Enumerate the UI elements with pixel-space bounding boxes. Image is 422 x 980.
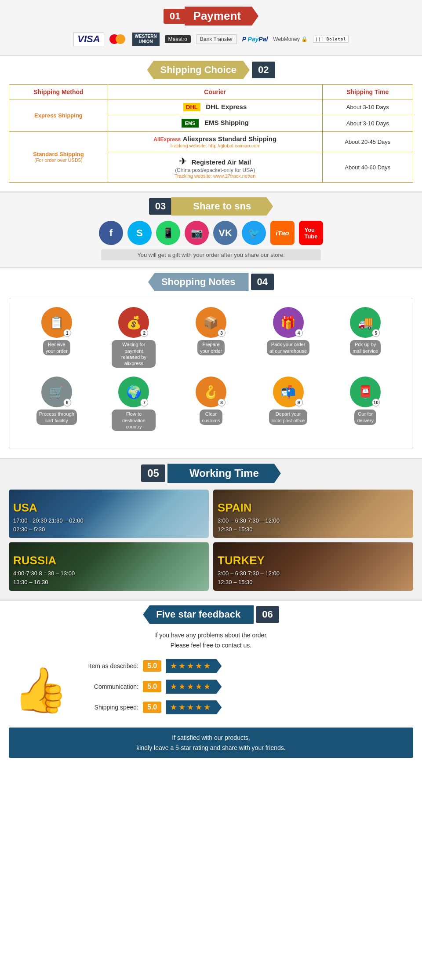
aliex-name: Aliexpress Standard Shipping	[183, 135, 276, 143]
turkey-working-card: TURKEY 3:00 – 6:30 7:30 – 12:0012:30 – 1…	[213, 542, 413, 591]
aliex-logo-icon: AliExpress	[153, 136, 181, 143]
usa-country-name: USA	[13, 501, 204, 515]
rating-row-item: Item as described: 5.0 ★ ★ ★ ★ ★	[77, 659, 413, 673]
mc-right-circle	[116, 34, 125, 44]
ratings-panel: Item as described: 5.0 ★ ★ ★ ★ ★ Communi…	[77, 659, 413, 721]
step-label-5: Pck up bymail service	[350, 340, 381, 355]
russia-country-name: RUSSIA	[13, 554, 204, 567]
step-item-3: 📦 3 Prepareyour order	[189, 307, 233, 368]
instagram-icon[interactable]: 📷	[185, 221, 209, 245]
star-1: ★	[170, 682, 177, 691]
ems-courier-cell: EMS EMS Shipping	[108, 115, 322, 132]
step-label-7: Flow to destinationcountry	[112, 410, 156, 431]
payment-header: 01 Payment	[9, 7, 413, 26]
airmail-courier-cell: ✈ Registered Air Mail (China post/epacke…	[108, 152, 322, 183]
itao-icon[interactable]: iTao	[270, 221, 295, 245]
star-2: ★	[178, 702, 186, 712]
webmoney-logo: WebMoney 🔒	[273, 36, 308, 42]
turkey-country-name: TURKEY	[218, 554, 409, 567]
twitter-letter: 🐦	[248, 227, 260, 239]
feedback-sub-line1: If you have any problems about the order…	[154, 632, 268, 639]
step-circle-9: 📬 9	[273, 377, 304, 407]
boletol-logo: ||| Boletol	[313, 36, 349, 43]
rating-score-item: 5.0	[143, 660, 161, 672]
step-circle-4: 🎁 4	[273, 307, 304, 338]
vk-icon[interactable]: VK	[213, 221, 237, 245]
airmail-time-cell: About 40-60 Days	[322, 152, 413, 183]
dhl-time-cell: About 3-10 Days	[322, 99, 413, 115]
notes-section: Shopping Notes 04 📋 1 Receiveyour order …	[0, 268, 422, 458]
rating-label-shipping: Shipping speed:	[77, 704, 138, 711]
boletol-icon: ||| Boletol	[313, 32, 349, 46]
step-num-4: 4	[295, 329, 303, 337]
working-header: 05 Working Time	[9, 464, 413, 483]
table-header-row: Shipping Method Courier Shipping Time	[9, 85, 413, 99]
step-num-2: 2	[140, 329, 148, 337]
aliex-courier-info: AliExpress Aliexpress Standard Shipping	[113, 135, 317, 143]
facebook-icon[interactable]: f	[99, 221, 123, 245]
step-label-4: Pack your orderat our warehouse	[267, 340, 309, 355]
step-icon-5: 🚚	[358, 315, 373, 330]
russia-working-card: RUSSIA 4:00-7:30 8：30 – 13:0013:30 – 16:…	[9, 542, 209, 591]
step-circle-5: 🚚 5	[350, 307, 381, 338]
visa-payment-icon: VISA	[73, 32, 104, 46]
step-item-9: 📬 9 Depart yourlocal post office	[266, 377, 310, 431]
star-4: ★	[195, 702, 202, 712]
step-label-1: Receiveyour order	[43, 340, 70, 355]
step-circle-6: 🛒 6	[41, 377, 72, 407]
ems-time-cell: About 3-10 Days	[322, 115, 413, 132]
maestro-logo: Maestro	[165, 35, 191, 43]
step-circle-1: 📋 1	[41, 307, 72, 338]
notes-section-number: 04	[251, 274, 274, 290]
shipping-header: Shipping Choice 02	[9, 61, 413, 79]
western-union-logo: WESTERNUNION	[132, 33, 160, 46]
col-header-courier: Courier	[108, 85, 322, 99]
feedback-subtitle: If you have any problems about the order…	[9, 630, 413, 650]
spain-working-card: SPAIN 3:00 – 6:30 7:30 – 12:0012:30 – 15…	[213, 490, 413, 538]
working-times-grid: USA 17:00 - 20:30 21:30 – 02:0002:30 – 5…	[9, 490, 413, 591]
aliex-courier-cell: AliExpress Aliexpress Standard Shipping …	[108, 132, 322, 152]
step-icon-4: 🎁	[280, 315, 296, 330]
star-1: ★	[170, 702, 177, 712]
steps-row-2: 🛒 6 Process throughsort facility 🌍 7 Flo…	[18, 377, 404, 431]
step-label-9: Depart yourlocal post office	[269, 410, 308, 425]
step-icon-10: 📮	[358, 385, 373, 399]
whatsapp-icon[interactable]: 📱	[156, 221, 180, 245]
step-item-1: 📋 1 Receiveyour order	[35, 307, 79, 368]
star-2: ★	[178, 661, 186, 671]
feedback-header: Five star feedback 06	[9, 605, 413, 624]
step-item-6: 🛒 6 Process throughsort facility	[35, 377, 79, 431]
airmail-sub: (China post/epacket-only for USA)	[113, 167, 317, 173]
twitter-icon[interactable]: 🐦	[242, 221, 266, 245]
bank-transfer-logo: Bank Transfer	[196, 34, 237, 44]
youtube-icon[interactable]: YouTube	[299, 221, 323, 245]
step-num-10: 10	[372, 399, 380, 406]
turkey-times: 3:00 – 6:30 7:30 – 12:0012:30 – 15:30	[218, 569, 409, 586]
table-row: Standard Shipping(For order over USD5) A…	[9, 132, 413, 152]
star-1: ★	[170, 661, 177, 671]
china-post-icon: ✈	[179, 156, 187, 167]
star-3: ★	[187, 702, 194, 712]
whatsapp-letter: 📱	[162, 227, 174, 239]
working-section-number: 05	[141, 464, 165, 482]
feedback-section: Five star feedback 06 If you have any pr…	[0, 601, 422, 767]
payment-section-number: 01	[164, 9, 186, 24]
rating-score-communication: 5.0	[143, 681, 161, 692]
skype-icon[interactable]: S	[127, 221, 152, 245]
express-shipping-cell: Express Shipping	[9, 99, 108, 132]
step-item-7: 🌍 7 Flow to destinationcountry	[112, 377, 156, 431]
star-4: ★	[195, 682, 202, 691]
rating-row-shipping: Shipping speed: 5.0 ★ ★ ★ ★ ★	[77, 700, 413, 714]
step-icon-8: 🪝	[203, 385, 218, 399]
youtube-text: YouTube	[304, 227, 317, 240]
airmail-tracking: Tracking website: www.17track.net/en	[113, 173, 317, 179]
notes-header: Shopping Notes 04	[9, 273, 413, 291]
step-num-8: 8	[218, 399, 226, 406]
feedback-section-number: 06	[256, 606, 279, 623]
step-num-7: 7	[140, 399, 148, 406]
share-header: 03 Share to sns	[9, 197, 413, 216]
stars-banner-item: ★ ★ ★ ★ ★	[166, 659, 222, 673]
feedback-bottom-line1: If satisfied with our products,	[172, 734, 250, 741]
step-item-8: 🪝 8 Clearcustoms	[189, 377, 233, 431]
dhl-name: DHL Express	[206, 103, 247, 110]
